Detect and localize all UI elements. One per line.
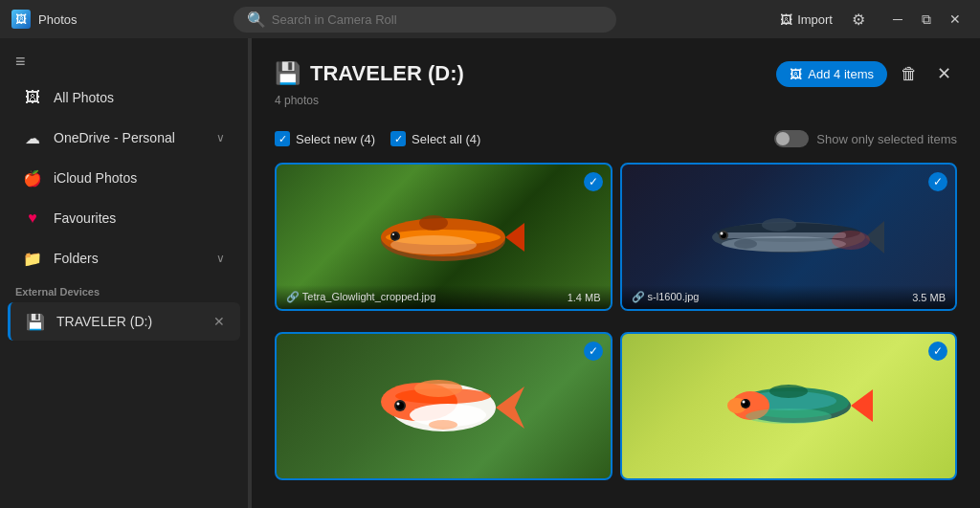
search-input[interactable]	[272, 12, 603, 27]
panel-title-row: 💾 TRAVELER (D:) 🖼 Add 4 items 🗑 ✕	[275, 57, 957, 90]
panel-actions: 🖼 Add 4 items 🗑 ✕	[776, 57, 957, 90]
svg-point-7	[392, 233, 394, 235]
menu-icon[interactable]: ≡	[0, 46, 248, 77]
svg-rect-12	[722, 232, 846, 238]
settings-button[interactable]: ⚙	[846, 7, 871, 33]
sidebar: ≡ 🖼 All Photos ☁ OneDrive - Personal ∨ 🍎…	[0, 38, 249, 508]
svg-point-30	[397, 403, 400, 406]
panel-title: 💾 TRAVELER (D:)	[275, 61, 464, 86]
svg-point-26	[414, 380, 462, 397]
svg-point-37	[769, 385, 808, 398]
chevron-down-icon: ∨	[216, 131, 225, 144]
photo-label-icon-2: 🔗	[632, 291, 648, 302]
photo-label-2: 🔗 s-l1600.jpg 3.5 MB	[622, 285, 956, 309]
drive-title-icon: 💾	[275, 61, 301, 86]
svg-marker-3	[505, 223, 524, 252]
photo-image-3	[277, 334, 611, 478]
photo-card-1[interactable]: ✓ 🔗 Tetra_Glowlight_cropped.jpg 1.4 MB	[275, 163, 612, 311]
drive-icon: 💾	[26, 312, 45, 331]
external-devices-label: External Devices	[0, 278, 248, 301]
photo-label-1: 🔗 Tetra_Glowlight_cropped.jpg 1.4 MB	[277, 285, 611, 309]
window-controls: ─ ⧉ ✕	[884, 6, 969, 33]
photo-selected-badge-2: ✓	[928, 172, 947, 191]
sidebar-item-folders[interactable]: 📁 Folders ∨	[8, 239, 240, 277]
select-bar: ✓ Select new (4) ✓ Select all (4) Show o…	[252, 122, 980, 155]
svg-point-41	[742, 401, 745, 404]
select-new-option[interactable]: ✓ Select new (4)	[275, 131, 375, 146]
svg-point-4	[419, 215, 448, 231]
select-all-option[interactable]: ✓ Select all (4)	[390, 131, 480, 146]
main-content: ≡ 🖼 All Photos ☁ OneDrive - Personal ∨ 🍎…	[0, 38, 980, 508]
titlebar-right: 🖼 Import ⚙ ─ ⧉ ✕	[772, 6, 969, 33]
app-logo: 🖼	[11, 10, 31, 29]
fish-illustration-1	[347, 194, 539, 280]
fish-illustration-2	[683, 194, 894, 280]
svg-point-27	[429, 420, 457, 430]
favourites-icon: ♥	[23, 209, 42, 228]
titlebar-left: 🖼 Photos	[11, 10, 77, 29]
svg-point-8	[390, 235, 477, 254]
delete-button[interactable]: 🗑	[895, 58, 924, 90]
onedrive-icon: ☁	[23, 128, 42, 147]
icloud-icon: 🍎	[23, 168, 42, 188]
photo-card-4[interactable]: ✓	[620, 332, 958, 480]
svg-point-15	[734, 239, 757, 249]
search-icon: 🔍	[247, 11, 266, 29]
restore-button[interactable]: ⧉	[913, 6, 940, 33]
panel-subtitle: 4 photos	[275, 94, 957, 115]
svg-point-19	[832, 231, 870, 250]
close-panel-button[interactable]: ✕	[931, 57, 957, 90]
close-device-icon[interactable]: ✕	[213, 314, 225, 329]
sidebar-item-onedrive[interactable]: ☁ OneDrive - Personal ∨	[8, 119, 240, 157]
show-selected-toggle: Show only selected items	[774, 130, 957, 147]
photo-selected-badge-4: ✓	[928, 342, 947, 361]
folders-icon: 📁	[23, 249, 42, 268]
titlebar: 🖼 Photos 🔍 🖼 Import ⚙ ─ ⧉ ✕	[0, 0, 980, 38]
close-button[interactable]: ✕	[942, 6, 969, 33]
sidebar-item-all-photos[interactable]: 🖼 All Photos	[8, 78, 240, 117]
svg-point-14	[762, 218, 796, 232]
panel-header: 💾 TRAVELER (D:) 🖼 Add 4 items 🗑 ✕ 4 phot…	[252, 38, 980, 122]
svg-marker-24	[496, 387, 524, 408]
svg-point-38	[746, 409, 832, 424]
svg-point-18	[720, 232, 723, 234]
app-name: Photos	[38, 12, 77, 27]
select-new-checkbox[interactable]: ✓	[275, 131, 290, 146]
show-selected-switch[interactable]	[774, 130, 809, 147]
photo-image-4	[622, 334, 956, 478]
svg-marker-25	[496, 408, 524, 429]
fish-illustration-4	[693, 363, 884, 449]
photo-selected-badge-1: ✓	[584, 172, 603, 191]
minimize-button[interactable]: ─	[884, 6, 911, 33]
import-icon: 🖼	[780, 12, 792, 27]
fish-illustration-3	[347, 358, 539, 453]
photo-grid: ✓ 🔗 Tetra_Glowlight_cropped.jpg 1.4 MB	[252, 155, 980, 508]
photo-card-2[interactable]: ✓ 🔗 s-l1600.jpg 3.5 MB	[620, 163, 958, 311]
all-photos-icon: 🖼	[23, 88, 42, 107]
add-items-button[interactable]: 🖼 Add 4 items	[776, 61, 887, 87]
svg-marker-35	[851, 389, 873, 422]
photo-selected-badge-3: ✓	[584, 342, 603, 361]
chevron-down-icon: ∨	[216, 252, 225, 265]
sidebar-item-traveler[interactable]: 💾 TRAVELER (D:) ✕	[8, 302, 240, 341]
add-items-icon: 🖼	[790, 67, 802, 81]
select-all-checkbox[interactable]: ✓	[390, 131, 406, 146]
photo-label-icon-1: 🔗	[286, 291, 302, 302]
main-panel: 💾 TRAVELER (D:) 🖼 Add 4 items 🗑 ✕ 4 phot…	[252, 38, 980, 508]
sidebar-item-favourites[interactable]: ♥ Favourites	[8, 199, 240, 237]
search-bar[interactable]: 🔍	[234, 7, 616, 33]
import-button[interactable]: 🖼 Import	[772, 9, 840, 31]
photo-card-3[interactable]: ✓	[275, 332, 612, 480]
sidebar-item-icloud[interactable]: 🍎 iCloud Photos	[8, 159, 240, 197]
